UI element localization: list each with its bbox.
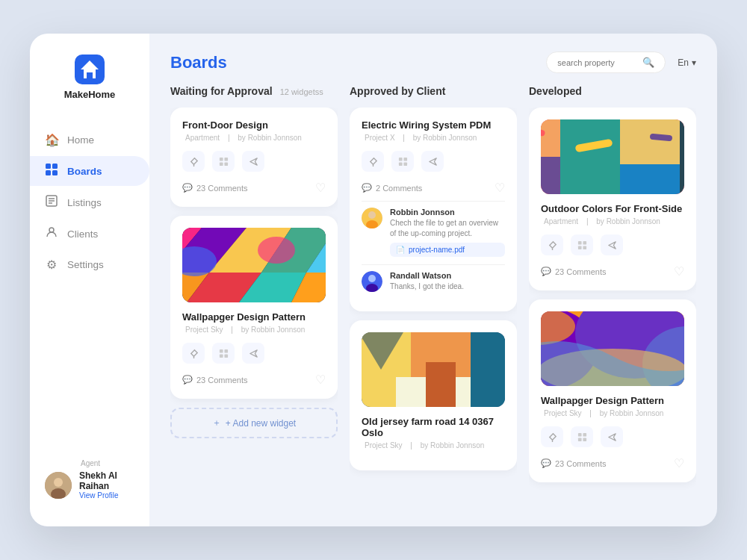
user-section: Agent Shekh Al Raihan View Profile bbox=[30, 447, 149, 511]
send-btn-5[interactable] bbox=[601, 426, 623, 447]
listings-icon bbox=[45, 195, 58, 210]
chat-msg-1: Robbin Jonnson Chech the file to get an … bbox=[362, 208, 505, 257]
grid-btn-4[interactable] bbox=[571, 234, 593, 255]
svg-rect-54 bbox=[426, 362, 456, 407]
pin-btn-2[interactable] bbox=[182, 343, 205, 364]
sidebar-item-home[interactable]: 🏠 Home bbox=[30, 125, 149, 155]
view-profile-link[interactable]: View Profile bbox=[79, 491, 134, 500]
avatar bbox=[45, 472, 72, 499]
send-btn-2[interactable] bbox=[242, 343, 264, 364]
svg-rect-39 bbox=[403, 157, 407, 161]
card-wallpaper-2-title: Wallpapger Design Pattern bbox=[541, 395, 684, 406]
svg-point-31 bbox=[258, 237, 295, 264]
like-btn-2[interactable]: ♡ bbox=[315, 373, 326, 387]
pin-btn[interactable] bbox=[182, 151, 205, 172]
sidebar-item-clients[interactable]: Clients bbox=[30, 219, 149, 249]
card-wallpaper-2-actions bbox=[541, 426, 684, 447]
like-btn-4[interactable]: ♡ bbox=[674, 264, 684, 279]
boards-icon bbox=[45, 164, 58, 178]
card-wallpaper-footer: 💬 23 Comments ♡ bbox=[182, 373, 326, 387]
chat-file-1[interactable]: 📄 project-name.pdf bbox=[390, 243, 505, 257]
card-wallpaper-actions bbox=[182, 343, 326, 364]
card-outdoor-footer: 💬 23 Comments ♡ bbox=[541, 264, 684, 279]
logo: MakeHome bbox=[30, 55, 149, 100]
card-jersey-title: Old jersey farm road 14 0367 Oslo bbox=[362, 416, 505, 438]
comment-count-4: 💬 23 Comments bbox=[541, 267, 606, 276]
add-widget-button[interactable]: ＋ + Add new widget bbox=[170, 408, 338, 438]
column-developed-header: Developed bbox=[529, 85, 696, 97]
card-wallpaper-meta: Project Sky | by Robbin Jonnson bbox=[182, 326, 326, 334]
card-front-door-title: Front-Door Design bbox=[182, 119, 326, 131]
card-wallpaper-image bbox=[182, 228, 326, 302]
comment-icon-4: 💬 bbox=[541, 267, 551, 276]
lang-selector[interactable]: En ▾ bbox=[678, 57, 696, 68]
comment-count-2: 💬 23 Comments bbox=[182, 375, 247, 385]
sidebar-item-settings[interactable]: ⚙ Settings bbox=[30, 250, 149, 279]
card-wallpaper-2: Wallpapger Design Pattern Project Sky | … bbox=[529, 299, 696, 482]
svg-rect-5 bbox=[52, 170, 58, 175]
user-info: Shekh Al Raihan View Profile bbox=[79, 470, 134, 500]
page-title: Boards bbox=[170, 53, 534, 72]
svg-point-46 bbox=[368, 275, 376, 282]
chat-name-1: Robbin Jonnson bbox=[390, 208, 505, 217]
column-developed-title: Developed bbox=[529, 85, 582, 97]
divider-2 bbox=[362, 264, 505, 265]
svg-rect-56 bbox=[541, 119, 560, 157]
sidebar-label-listings: Listings bbox=[67, 197, 102, 208]
card-jersey: Old jersey farm road 14 0367 Oslo Projec… bbox=[350, 320, 517, 470]
like-btn-5[interactable]: ♡ bbox=[674, 456, 684, 470]
grid-btn-5[interactable] bbox=[571, 426, 593, 447]
search-bar[interactable]: 🔍 bbox=[546, 52, 666, 73]
svg-point-12 bbox=[54, 478, 63, 487]
column-waiting-count: 12 widgetss bbox=[280, 87, 323, 96]
card-jersey-meta: Project Sky | by Robbin Jonnson bbox=[362, 441, 505, 449]
pin-btn-3[interactable] bbox=[362, 151, 384, 172]
svg-rect-15 bbox=[219, 157, 223, 161]
sidebar-nav: 🏠 Home Boards Listings Clients bbox=[30, 124, 149, 281]
sidebar-item-listings[interactable]: Listings bbox=[30, 187, 149, 217]
send-btn-3[interactable] bbox=[421, 151, 444, 172]
send-btn[interactable] bbox=[242, 151, 264, 172]
svg-rect-36 bbox=[224, 354, 228, 358]
lang-label: En bbox=[678, 57, 689, 68]
pin-btn-4[interactable] bbox=[541, 234, 563, 255]
sidebar-label-boards: Boards bbox=[67, 166, 102, 177]
card-outdoor-actions bbox=[541, 234, 684, 255]
header: Boards 🔍 En ▾ bbox=[149, 34, 717, 85]
card-jersey-image bbox=[362, 332, 505, 407]
user-role: Agent bbox=[81, 459, 100, 467]
file-icon: 📄 bbox=[396, 246, 405, 254]
svg-rect-80 bbox=[577, 438, 581, 441]
sidebar-item-boards[interactable]: Boards bbox=[30, 156, 149, 186]
like-btn[interactable]: ♡ bbox=[315, 181, 326, 195]
comment-icon-3: 💬 bbox=[362, 183, 372, 193]
svg-rect-81 bbox=[583, 438, 586, 441]
pin-btn-5[interactable] bbox=[541, 426, 563, 447]
comment-count-3: 💬 2 Comments bbox=[362, 183, 422, 193]
card-electric-title: Electric Wiring System PDM bbox=[362, 119, 505, 131]
app-container: MakeHome 🏠 Home Boards Listings bbox=[30, 34, 717, 526]
chat-content-2: Randall Watson Thanks, I got the idea. bbox=[390, 271, 505, 292]
sidebar: MakeHome 🏠 Home Boards Listings bbox=[30, 34, 149, 526]
svg-rect-33 bbox=[219, 349, 223, 352]
send-btn-4[interactable] bbox=[601, 234, 623, 255]
grid-btn[interactable] bbox=[212, 151, 235, 172]
sidebar-label-settings: Settings bbox=[67, 259, 104, 270]
card-front-door: Front-Door Design Apartment | by Robbin … bbox=[170, 108, 338, 207]
card-front-door-footer: 💬 23 Comments ♡ bbox=[182, 181, 326, 195]
svg-rect-41 bbox=[403, 162, 407, 166]
like-btn-3[interactable]: ♡ bbox=[495, 181, 505, 195]
svg-rect-67 bbox=[583, 240, 586, 244]
grid-btn-3[interactable] bbox=[391, 151, 414, 172]
chevron-down-icon: ▾ bbox=[692, 57, 696, 68]
search-input[interactable] bbox=[557, 58, 636, 67]
card-front-door-actions bbox=[182, 151, 326, 172]
grid-btn-2[interactable] bbox=[212, 343, 235, 364]
chat-name-2: Randall Watson bbox=[390, 271, 505, 280]
svg-rect-17 bbox=[219, 162, 223, 166]
column-waiting: Waiting for Approval 12 widgetss Front-D… bbox=[170, 85, 338, 511]
svg-rect-35 bbox=[219, 354, 223, 358]
chat-text-1: Chech the file to get an overview of the… bbox=[390, 218, 505, 239]
svg-rect-40 bbox=[398, 162, 402, 166]
card-electric-footer: 💬 2 Comments ♡ bbox=[362, 181, 505, 195]
